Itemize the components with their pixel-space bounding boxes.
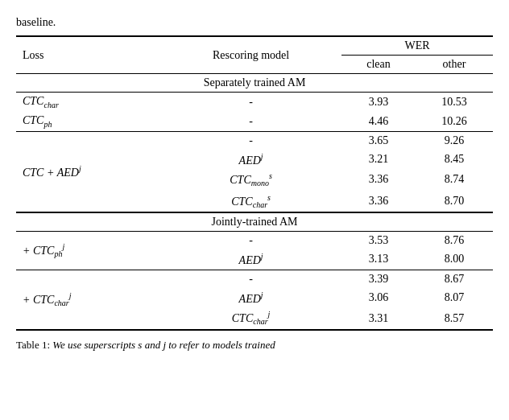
ctc-aed-clean-3: 3.36 xyxy=(341,169,416,190)
plus-ctc-ph-other-2: 8.00 xyxy=(416,249,493,270)
separately-trained-header: Separately trained AM xyxy=(16,74,493,93)
plus-ctc-ph-rescoring-2: AEDj xyxy=(160,249,341,270)
table-caption: Table 1: We use superscripts s and j to … xyxy=(16,339,493,352)
ctc-aed-rescoring-1: - xyxy=(160,131,341,150)
ctc-aed-clean-1: 3.65 xyxy=(341,131,416,150)
ctc-ph-loss: CTCph xyxy=(16,112,160,131)
ctc-char-loss: CTCchar xyxy=(16,93,160,112)
ctc-aed-clean-2: 3.21 xyxy=(341,150,416,170)
caption-text: We use superscripts s and j to refer to … xyxy=(52,339,275,351)
clean-header: clean xyxy=(341,56,416,74)
plus-ctc-char-other-1: 8.67 xyxy=(416,270,493,288)
plus-ctc-char-rescoring-1: - xyxy=(160,270,341,288)
plus-ctc-char-rescoring-3: CTCcharj xyxy=(160,307,341,329)
ctc-aed-other-1: 9.26 xyxy=(416,131,493,150)
ctc-aed-loss: CTC + AEDj xyxy=(16,131,160,212)
plus-ctc-ph-loss: + CTCphj xyxy=(16,232,160,270)
ctc-aed-other-3: 8.74 xyxy=(416,169,493,190)
ctc-char-other: 10.53 xyxy=(416,93,493,112)
rescoring-header: Rescoring model xyxy=(160,36,341,74)
ctc-aed-rescoring-2: AEDj xyxy=(160,150,341,170)
ctc-ph-clean: 4.46 xyxy=(341,112,416,131)
ctc-aed-clean-4: 3.36 xyxy=(341,191,416,212)
ctc-ph-rescoring: - xyxy=(160,112,341,131)
ctc-aed-rescoring-3: CTCmonos xyxy=(160,169,341,190)
other-header: other xyxy=(416,56,493,74)
caption-label: Table 1: xyxy=(16,339,50,351)
plus-ctc-ph-rescoring-1: - xyxy=(160,232,341,250)
ctc-aed-other-4: 8.70 xyxy=(416,191,493,212)
jointly-trained-header: Jointly-trained AM xyxy=(16,212,493,232)
plus-ctc-ph-other-1: 8.76 xyxy=(416,232,493,250)
wer-header: WER xyxy=(341,36,493,56)
plus-ctc-char-clean-3: 3.31 xyxy=(341,307,416,329)
results-table: Loss Rescoring model WER clean other Sep… xyxy=(16,35,493,331)
plus-ctc-ph-clean-1: 3.53 xyxy=(341,232,416,250)
plus-ctc-char-clean-1: 3.39 xyxy=(341,270,416,288)
baseline-text: baseline. xyxy=(16,16,493,29)
ctc-aed-rescoring-4: CTCchars xyxy=(160,191,341,212)
loss-header: Loss xyxy=(16,36,160,74)
plus-ctc-char-clean-2: 3.06 xyxy=(341,288,416,308)
ctc-ph-other: 10.26 xyxy=(416,112,493,131)
plus-ctc-char-other-2: 8.07 xyxy=(416,288,493,308)
plus-ctc-ph-clean-2: 3.13 xyxy=(341,249,416,270)
ctc-aed-other-2: 8.45 xyxy=(416,150,493,170)
ctc-char-rescoring: - xyxy=(160,93,341,112)
plus-ctc-char-loss: + CTCcharj xyxy=(16,270,160,330)
ctc-char-clean: 3.93 xyxy=(341,93,416,112)
plus-ctc-char-rescoring-2: AEDj xyxy=(160,288,341,308)
plus-ctc-char-other-3: 8.57 xyxy=(416,307,493,329)
